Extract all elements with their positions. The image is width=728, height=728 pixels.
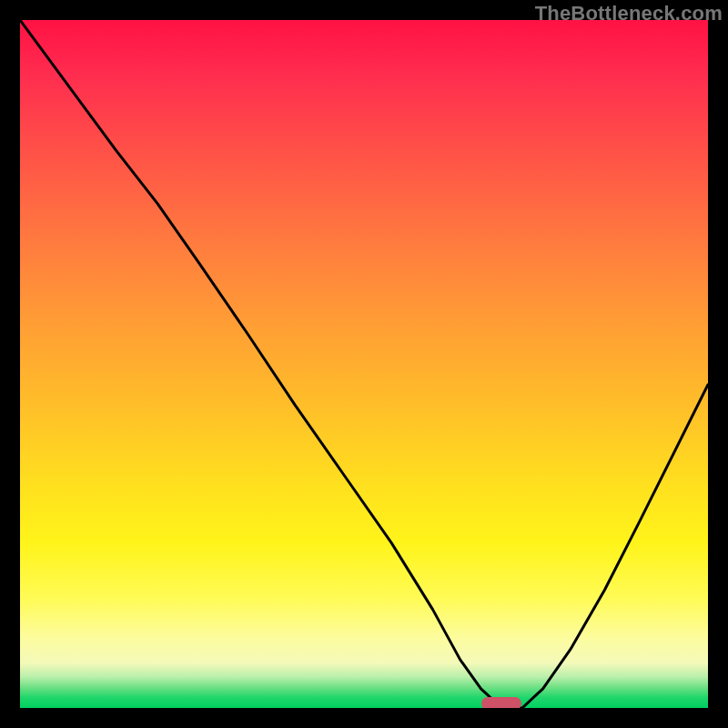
curve-marker xyxy=(481,697,521,708)
plot-area xyxy=(20,20,708,708)
watermark-text: TheBottleneck.com xyxy=(535,2,723,25)
bottleneck-curve xyxy=(20,20,708,708)
curve-layer xyxy=(20,20,708,708)
chart-frame: TheBottleneck.com xyxy=(0,0,728,728)
